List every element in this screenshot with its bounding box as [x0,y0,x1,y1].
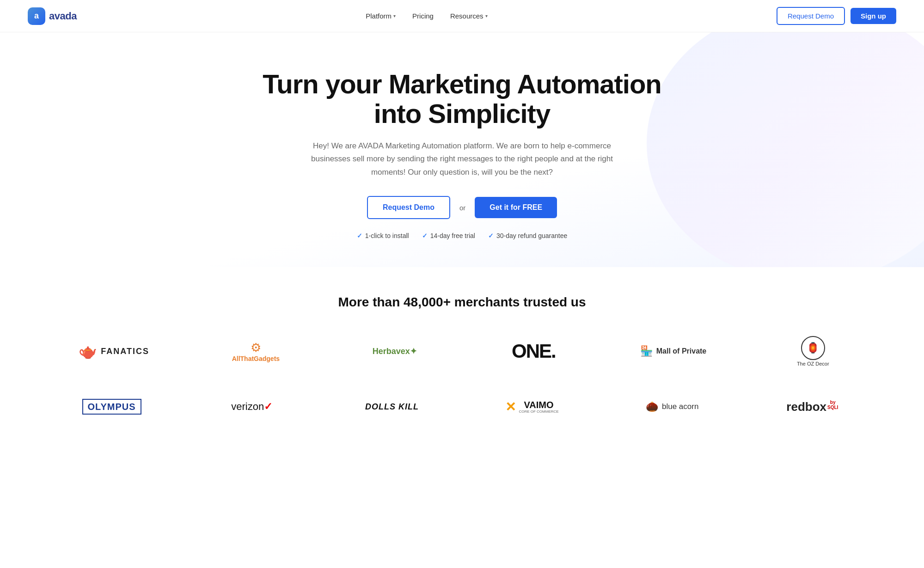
hero-badge-install: ✓ 1-click to install [357,232,409,239]
redbox-text: redbox [786,400,826,414]
logo-allthat: ⚙ AllThatGadgets [223,333,288,370]
logo-herbavex: Herbavex✦ [362,333,427,370]
check-icon: ✓ [422,232,428,239]
logo-row-2: OLYMPUS verizon✓ Dolls Kill ✕ VAIMO CORE… [28,388,896,425]
ozdecor-text: The OZ Decor [797,361,829,366]
hero-section: Turn your Marketing Automation into Simp… [0,32,924,267]
trusted-section: More than 48,000+ merchants trusted us 🫖… [0,267,924,462]
logo-vaimo: ✕ VAIMO CORE OF COMMERCE [500,388,564,425]
nav-platform[interactable]: Platform ▾ [366,12,396,20]
nav-request-demo-button[interactable]: Request Demo [777,7,845,25]
redbox-sqli-text: bySQLI [827,400,838,410]
or-separator: or [459,204,465,212]
nav-resources[interactable]: Resources ▾ [450,12,488,20]
hero-badge-refund: ✓ 30-day refund guarantee [488,232,567,239]
logo-verizon: verizon✓ [220,388,284,425]
chevron-down-icon: ▾ [393,13,396,18]
mall-icon: 🏪 [640,345,653,357]
dollskill-text: Dolls Kill [365,402,419,411]
hero-buttons: Request Demo or Get it for FREE [254,196,670,219]
fanatics-icon: 🫖 [79,342,97,360]
logo-oz-decor: 🏮 The OZ Decor [781,333,845,370]
olympus-text: OLYMPUS [82,399,141,415]
one-text: ONE. [512,340,556,362]
herbavex-text: Herbavex✦ [373,347,417,356]
mall-text: Mall of Private [656,347,706,355]
verizon-text: verizon✓ [231,401,272,412]
nav-actions: Request Demo Sign up [777,7,896,25]
logo-redbox: redbox bySQLI [780,388,844,425]
blueacorn-icon: 🌰 [646,401,658,413]
logo-text: avada [49,10,77,22]
allthat-text: AllThatGadgets [232,355,280,362]
logo-mall-of-private: 🏪 Mall of Private [640,333,706,370]
allthat-icon: ⚙ [251,341,261,355]
trusted-title: More than 48,000+ merchants trusted us [28,295,896,310]
chevron-down-icon: ▾ [485,13,488,18]
hero-subtitle: Hey! We are AVADA Marketing Automation p… [296,140,629,180]
fanatics-text: FANATICS [101,347,149,356]
blueacorn-text: blue acorn [662,402,698,411]
hero-get-free-button[interactable]: Get it for FREE [475,197,557,218]
hero-request-demo-button[interactable]: Request Demo [367,196,450,219]
logo-one: ONE. [501,333,566,370]
navigation: a avada Platform ▾ Pricing Resources ▾ R… [0,0,924,32]
hero-title: Turn your Marketing Automation into Simp… [254,69,670,128]
check-icon: ✓ [488,232,494,239]
ozdecor-icon: 🏮 [801,336,825,360]
hero-badges: ✓ 1-click to install ✓ 14-day free trial… [254,232,670,239]
nav-pricing[interactable]: Pricing [412,12,434,20]
vaimo-subtext: CORE OF COMMERCE [519,409,558,414]
logo-olympus: OLYMPUS [80,388,144,425]
nav-signup-button[interactable]: Sign up [851,8,896,24]
logo-link[interactable]: a avada [28,7,77,25]
logo-row-1: 🫖 FANATICS ⚙ AllThatGadgets Herbavex✦ ON… [28,333,896,370]
vaimo-x-icon: ✕ [505,399,516,415]
hero-badge-trial: ✓ 14-day free trial [422,232,475,239]
logo-icon: a [28,7,45,25]
logo-blue-acorn: 🌰 blue acorn [640,388,704,425]
logo-dolls-kill: Dolls Kill [360,388,424,425]
check-icon: ✓ [357,232,362,239]
nav-links: Platform ▾ Pricing Resources ▾ [366,12,487,20]
logo-fanatics: 🫖 FANATICS [79,333,149,370]
vaimo-text: VAIMO [519,400,558,409]
